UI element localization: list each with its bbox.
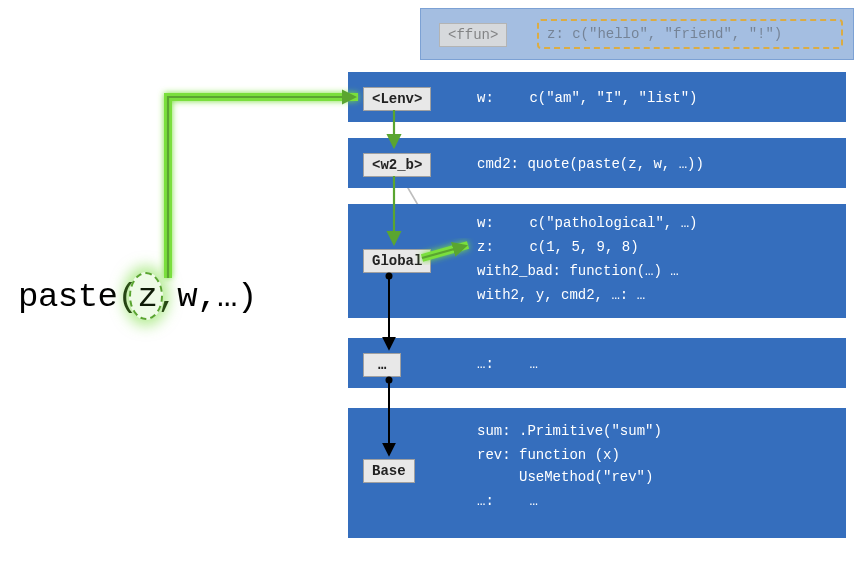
kv-key: sum: [477, 423, 511, 439]
base-var-rest: …: … [477, 493, 538, 509]
kv-key: z: [477, 239, 521, 255]
base-var-rev-body: UseMethod("rev") [519, 469, 653, 485]
base-var-rev: rev: function (x) [477, 447, 620, 463]
kv-val: .Primitive("sum") [519, 423, 662, 439]
expr-arg-z: z [137, 278, 157, 316]
global-var-w: w: c("pathological", …) [477, 215, 697, 231]
dots-var: …: … [477, 356, 538, 372]
env-frame-dots: … …: … [348, 338, 846, 388]
env-frame-base: Base sum: .Primitive("sum") rev: functio… [348, 408, 846, 538]
expression-paste: paste(z,w,…) [18, 278, 257, 316]
kv-val: function (x) [519, 447, 620, 463]
env-frame-w2b: <w2_b> cmd2: quote(paste(z, w, …)) [348, 138, 846, 188]
paren-close: ) [237, 278, 257, 316]
env-tag-w2b: <w2_b> [363, 153, 431, 177]
kv-key: …: [477, 356, 521, 372]
kv-val: … [529, 356, 537, 372]
kv-val: quote(paste(z, w, …)) [527, 156, 703, 172]
comma-icon: , [197, 278, 217, 316]
env-frame-global: Global w: c("pathological", …) z: c(1, 5… [348, 204, 846, 318]
env-frame-lenv: <Lenv> w: c("am", "I", "list") [348, 72, 846, 122]
expr-func: paste [18, 278, 118, 316]
w2b-var-cmd2: cmd2: quote(paste(z, w, …)) [477, 156, 704, 172]
kv-val: … [529, 493, 537, 509]
global-var-rest: with2, y, cmd2, …: … [477, 287, 645, 303]
kv-val: c("am", "I", "list") [529, 90, 697, 106]
top-ffun-overlay: <ffun> z: c("hello", "friend", "!") [420, 8, 854, 60]
global-var-z: z: c(1, 5, 9, 8) [477, 239, 639, 255]
kv-key: …: [477, 493, 521, 509]
base-var-sum: sum: .Primitive("sum") [477, 423, 662, 439]
lenv-var-w: w: c("am", "I", "list") [477, 90, 697, 106]
expr-arg-w: w [177, 278, 197, 316]
kv-key: w: [477, 90, 521, 106]
env-tag-lenv: <Lenv> [363, 87, 431, 111]
kv-key: w: [477, 215, 521, 231]
ffun-tag: <ffun> [439, 23, 507, 47]
kv-key: cmd2: [477, 156, 519, 172]
env-tag-dots: … [363, 353, 401, 377]
expr-arg-ellipsis: … [217, 278, 237, 316]
global-var-with2bad: with2_bad: function(…) … [477, 263, 679, 279]
kv-val: c(1, 5, 9, 8) [529, 239, 638, 255]
env-tag-global: Global [363, 249, 431, 273]
arrow-z-to-lenv [168, 97, 358, 278]
ffun-z-definition: z: c("hello", "friend", "!") [537, 19, 843, 49]
kv-val: c("pathological", …) [529, 215, 697, 231]
env-tag-base: Base [363, 459, 415, 483]
kv-key: rev: [477, 447, 511, 463]
